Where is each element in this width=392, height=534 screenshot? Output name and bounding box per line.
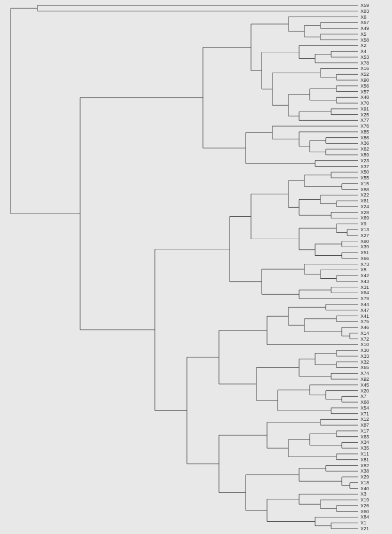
leaf-label: X49 — [360, 26, 369, 31]
leaf-label: X68 — [360, 400, 369, 405]
leaf-label: X17 — [360, 429, 369, 434]
leaf-label: X30 — [360, 348, 369, 353]
leaf-label: X6 — [360, 15, 366, 20]
leaf-label: X38 — [360, 469, 369, 474]
leaf-label: X43 — [360, 279, 369, 284]
leaf-label: X92 — [360, 377, 369, 382]
leaf-label: X60 — [360, 509, 369, 514]
leaf-label: X48 — [360, 95, 369, 100]
leaf-label: X58 — [360, 38, 369, 43]
leaf-label: X62 — [360, 147, 369, 152]
leaf-label: X7 — [360, 394, 366, 399]
leaf-label: X23 — [360, 159, 369, 163]
leaf-label: X56 — [360, 84, 369, 89]
leaf-label: X70 — [360, 101, 369, 106]
leaf-label: X78 — [360, 61, 369, 66]
leaf-label: X11 — [360, 452, 369, 457]
dendrogram-svg — [0, 0, 392, 534]
leaf-label: X86 — [360, 136, 369, 140]
leaf-label: X85 — [360, 130, 369, 135]
leaf-label: X29 — [360, 475, 369, 480]
leaf-label: X90 — [360, 78, 369, 83]
leaf-label: X69 — [360, 216, 369, 221]
leaf-label: X13 — [360, 227, 369, 232]
leaf-label: X8 — [360, 268, 366, 272]
leaf-label: X81 — [360, 458, 369, 462]
leaf-label: X36 — [360, 141, 369, 146]
leaf-label: X46 — [360, 325, 369, 330]
leaf-label: X74 — [360, 371, 369, 376]
leaf-label: X12 — [360, 417, 369, 422]
leaf-label: X51 — [360, 250, 369, 255]
leaf-label: X75 — [360, 319, 369, 324]
leaf-label: X28 — [360, 210, 369, 215]
leaf-label: X72 — [360, 337, 369, 342]
leaf-label: X77 — [360, 118, 369, 123]
dendrogram-container: X59X83X6X67X49X5X58X2X4X53X78X16X52X90X5… — [0, 0, 392, 534]
leaf-label: X34 — [360, 440, 369, 445]
leaf-label: X32 — [360, 360, 369, 365]
leaf-label: X37 — [360, 164, 369, 169]
leaf-label: X35 — [360, 446, 369, 451]
leaf-label: X22 — [360, 193, 369, 198]
leaf-label: X40 — [360, 486, 369, 491]
leaf-label: X19 — [360, 498, 369, 502]
leaf-label: X47 — [360, 308, 369, 313]
leaf-label: X2 — [360, 43, 366, 48]
leaf-label: X87 — [360, 423, 369, 428]
leaf-label: X42 — [360, 273, 369, 278]
leaf-label: X84 — [360, 515, 369, 520]
leaf-label: X52 — [360, 72, 369, 77]
leaf-label: X88 — [360, 187, 369, 192]
leaf-label: X16 — [360, 66, 369, 71]
leaf-label: X27 — [360, 233, 369, 238]
leaf-label: X63 — [360, 435, 369, 439]
leaf-label: X89 — [360, 153, 369, 158]
leaf-label: X24 — [360, 205, 369, 209]
leaf-label: X82 — [360, 464, 369, 468]
leaf-label: X5 — [360, 32, 366, 37]
leaf-label: X44 — [360, 302, 369, 307]
leaf-label: X80 — [360, 239, 369, 244]
leaf-label: X15 — [360, 182, 369, 186]
leaf-label: X4 — [360, 49, 366, 54]
leaf-label: X1 — [360, 521, 366, 525]
leaf-label: X45 — [360, 383, 369, 388]
leaf-label: X76 — [360, 124, 369, 129]
leaf-label: X64 — [360, 290, 369, 295]
leaf-label: X71 — [360, 412, 369, 417]
leaf-label: X53 — [360, 55, 369, 60]
leaf-label: X59 — [360, 3, 369, 8]
leaf-label: X31 — [360, 285, 369, 290]
leaf-label: X79 — [360, 296, 369, 301]
leaf-label: X21 — [360, 527, 369, 531]
leaf-label: X20 — [360, 389, 369, 394]
leaf-label: X73 — [360, 262, 369, 267]
leaf-label: X18 — [360, 481, 369, 485]
leaf-label: X65 — [360, 365, 369, 370]
leaf-label: X9 — [360, 222, 366, 226]
leaf-label: X61 — [360, 199, 369, 203]
leaf-label: X66 — [360, 256, 369, 261]
leaf-label: X54 — [360, 406, 369, 411]
leaf-label: X25 — [360, 113, 369, 117]
leaf-label: X67 — [360, 20, 369, 25]
leaf-label: X41 — [360, 314, 369, 319]
leaf-label: X26 — [360, 504, 369, 508]
leaf-label: X57 — [360, 90, 369, 95]
leaf-label: X3 — [360, 492, 366, 497]
leaf-label: X14 — [360, 331, 369, 336]
leaf-label: X55 — [360, 176, 369, 180]
leaf-label: X10 — [360, 342, 369, 347]
leaf-label: X33 — [360, 354, 369, 359]
leaf-label: X83 — [360, 9, 369, 14]
leaf-label: X50 — [360, 170, 369, 175]
leaf-label: X91 — [360, 107, 369, 112]
leaf-label: X39 — [360, 245, 369, 249]
